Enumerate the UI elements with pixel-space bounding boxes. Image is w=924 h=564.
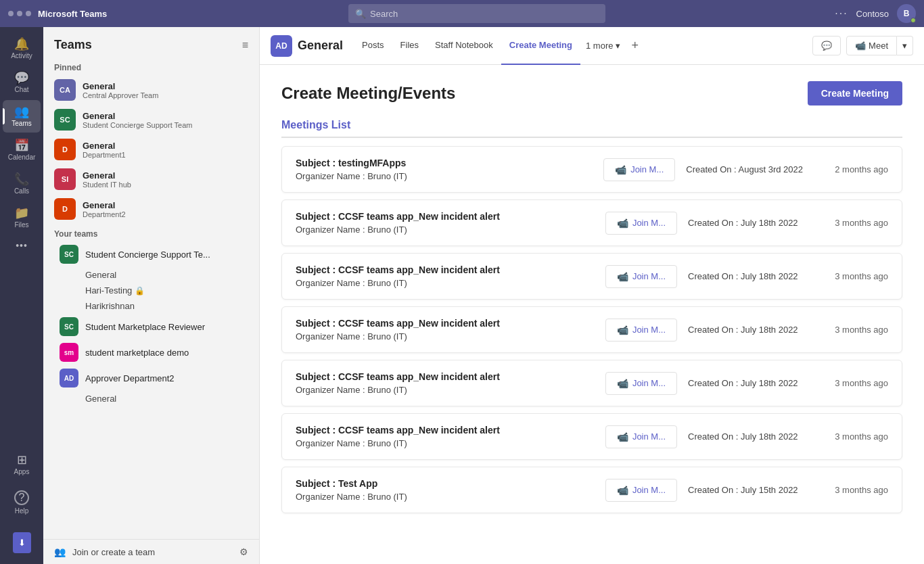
team-subtitle: Student Concierge Support Team bbox=[83, 121, 248, 129]
your-team-item[interactable]: SC Student Concierge Support Te... ••• bbox=[43, 241, 259, 267]
your-team-item[interactable]: SC Student Marketplace Reviewer ••• bbox=[43, 314, 259, 339]
team-info: General Department2 bbox=[83, 200, 248, 218]
avatar[interactable]: B bbox=[897, 4, 916, 23]
teams-panel: Teams ≡ Pinned CA General Central Approv… bbox=[43, 27, 260, 564]
team-info: General Central Approver Team bbox=[83, 81, 248, 99]
sidebar-item-calls[interactable]: 📞 Calls bbox=[3, 168, 41, 200]
meeting-info: Subject : CCSF teams app_New incident al… bbox=[296, 371, 595, 395]
your-team-item[interactable]: sm student marketplace demo ••• bbox=[43, 339, 259, 365]
meeting-date: Created On : August 3rd 2022 bbox=[686, 164, 803, 174]
add-tab-button[interactable]: + bbox=[626, 27, 644, 65]
video-icon: 📹 bbox=[617, 431, 628, 442]
team-name: General bbox=[83, 200, 248, 210]
meeting-subject: Subject : CCSF teams app_New incident al… bbox=[296, 264, 595, 275]
pinned-label: Pinned bbox=[43, 57, 259, 75]
sidebar-item-chat[interactable]: 💬 Chat bbox=[3, 66, 41, 99]
meeting-ago: 3 months ago bbox=[814, 431, 888, 442]
join-meeting-button[interactable]: 📹 Join M... bbox=[605, 319, 677, 342]
sidebar-item-label: Chat bbox=[14, 86, 28, 93]
meet-button[interactable]: 📹 Meet bbox=[846, 36, 897, 55]
sidebar-item-label: Calls bbox=[14, 187, 29, 195]
meeting-organizer: Organizer Name : Bruno (IT) bbox=[296, 225, 595, 235]
join-label: Join M... bbox=[630, 164, 664, 174]
settings-icon[interactable]: ⚙ bbox=[239, 546, 248, 557]
your-team-item[interactable]: AD Approver Department2 ••• bbox=[43, 365, 259, 391]
meeting-date: Created On : July 18th 2022 bbox=[688, 271, 803, 281]
help-icon: ? bbox=[14, 490, 29, 505]
meeting-organizer: Organizer Name : Bruno (IT) bbox=[296, 331, 595, 342]
team-name: General bbox=[83, 141, 248, 151]
meet-chevron-button[interactable]: ▾ bbox=[897, 36, 913, 55]
tab-create-meeting[interactable]: Create Meeting bbox=[501, 27, 580, 65]
search-bar[interactable]: 🔍 Search bbox=[348, 4, 605, 23]
tab-more[interactable]: 1 more ▾ bbox=[580, 27, 626, 65]
team-item[interactable]: SI General Student IT hub bbox=[43, 164, 259, 194]
titlebar-more[interactable]: ··· bbox=[835, 7, 848, 20]
meeting-info: Subject : CCSF teams app_New incident al… bbox=[296, 425, 595, 448]
sidebar-item-activity[interactable]: 🔔 Activity bbox=[3, 32, 41, 65]
create-meeting-button[interactable]: Create Meeting bbox=[808, 81, 902, 105]
join-icon: 👥 bbox=[54, 546, 66, 557]
video-icon: 📹 bbox=[617, 325, 628, 335]
sidebar-item-teams[interactable]: 👥 Teams bbox=[3, 100, 41, 133]
avatar-initials: B bbox=[904, 9, 910, 18]
sidebar-item-label: Teams bbox=[11, 120, 31, 127]
sidebar-item-label: Activity bbox=[11, 52, 32, 60]
meeting-ago: 2 months ago bbox=[814, 164, 888, 174]
team-avatar: D bbox=[54, 198, 76, 220]
titlebar-right: ··· Contoso B bbox=[605, 4, 916, 23]
title-bar: Microsoft Teams 🔍 Search ··· Contoso B bbox=[0, 0, 924, 27]
team-name: General bbox=[83, 81, 248, 91]
join-team-row[interactable]: 👥 Join or create a team ⚙ bbox=[43, 539, 259, 564]
sidebar-item-calendar[interactable]: 📅 Calendar bbox=[3, 134, 41, 166]
app-title: Microsoft Teams bbox=[38, 9, 348, 19]
join-meeting-button[interactable]: 📹 Join M... bbox=[605, 265, 677, 288]
tab-staff-notebook[interactable]: Staff Notebook bbox=[427, 27, 501, 65]
meeting-organizer: Organizer Name : Bruno (IT) bbox=[296, 492, 595, 502]
channel-item[interactable]: General bbox=[43, 391, 259, 406]
meeting-date: Created On : July 18th 2022 bbox=[688, 431, 803, 442]
meeting-info: Subject : Test App Organizer Name : Brun… bbox=[296, 478, 595, 502]
join-meeting-button[interactable]: 📹 Join M... bbox=[605, 425, 677, 448]
tab-posts[interactable]: Posts bbox=[354, 27, 392, 65]
chat-action-button[interactable]: 💬 bbox=[812, 36, 841, 55]
sidebar-item-help[interactable]: ? Help bbox=[3, 485, 41, 520]
download-button[interactable]: ⬇ bbox=[13, 532, 31, 553]
filter-icon[interactable]: ≡ bbox=[242, 39, 248, 51]
channel-item[interactable]: Harikrishnan bbox=[43, 298, 259, 314]
video-icon: 📹 bbox=[617, 485, 628, 496]
team-item[interactable]: D General Department1 bbox=[43, 135, 259, 164]
your-team-name: student marketplace demo bbox=[85, 348, 230, 358]
files-icon: 📁 bbox=[14, 207, 29, 219]
search-icon: 🔍 bbox=[355, 9, 366, 19]
sidebar-item-more[interactable]: ••• bbox=[3, 235, 41, 256]
your-team-name: Student Concierge Support Te... bbox=[85, 250, 230, 260]
sidebar-nav: 🔔 Activity 💬 Chat 👥 Teams 📅 Calendar 📞 C… bbox=[0, 27, 43, 564]
window-dots bbox=[8, 11, 31, 16]
team-item[interactable]: D General Department2 bbox=[43, 194, 259, 224]
meetings-list: Subject : testingMFApps Organizer Name :… bbox=[281, 146, 902, 513]
join-meeting-button[interactable]: 📹 Join M... bbox=[603, 158, 675, 181]
meeting-organizer: Organizer Name : Bruno (IT) bbox=[296, 385, 595, 395]
meeting-ago: 3 months ago bbox=[814, 378, 888, 388]
join-meeting-button[interactable]: 📹 Join M... bbox=[605, 372, 677, 395]
nav-bottom: ⊞ Apps ? Help bbox=[3, 448, 41, 527]
sidebar-item-apps[interactable]: ⊞ Apps bbox=[3, 448, 41, 481]
video-icon: 📹 bbox=[615, 164, 626, 175]
sidebar-item-files[interactable]: 📁 Files bbox=[3, 202, 41, 234]
teams-panel-header: Teams ≡ bbox=[43, 27, 259, 57]
titlebar-username: Contoso bbox=[856, 9, 889, 19]
meet-label: Meet bbox=[869, 41, 888, 51]
tab-files[interactable]: Files bbox=[392, 27, 427, 65]
team-item[interactable]: CA General Central Approver Team bbox=[43, 75, 259, 105]
activity-icon: 🔔 bbox=[14, 38, 29, 50]
channel-item[interactable]: Hari-Testing 🔒 bbox=[43, 283, 259, 298]
meeting-subject: Subject : CCSF teams app_New incident al… bbox=[296, 211, 595, 222]
page-title: Create Meeting/Events bbox=[281, 84, 455, 103]
channel-item[interactable]: General bbox=[43, 267, 259, 283]
join-meeting-button[interactable]: 📹 Join M... bbox=[605, 212, 677, 235]
team-item[interactable]: SC General Student Concierge Support Tea… bbox=[43, 105, 259, 135]
join-label: Join or create a team bbox=[72, 547, 233, 557]
join-meeting-button[interactable]: 📹 Join M... bbox=[605, 479, 677, 502]
meeting-organizer: Organizer Name : Bruno (IT) bbox=[296, 171, 593, 181]
